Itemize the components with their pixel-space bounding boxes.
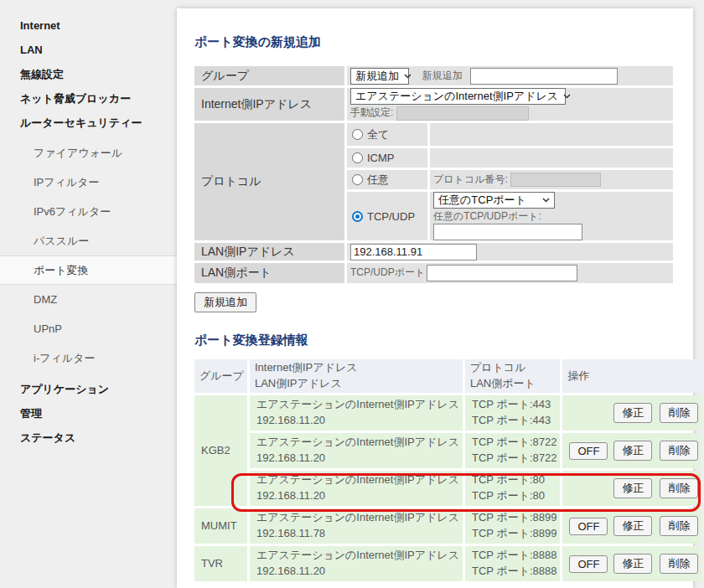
protocol-icmp-label: ICMP	[367, 152, 395, 164]
chevron-down-icon	[542, 198, 550, 203]
sidebar-nav: Internet LAN 無線設定 ネット脅威ブロッカー ルーターセキュリティー…	[0, 0, 177, 588]
table-row: MUMIT エアステーションのInternet側IPアドレス 192.168.1…	[194, 508, 701, 544]
list-section-title: ポート変換登録情報	[194, 333, 704, 347]
delete-button[interactable]: 削除	[660, 478, 698, 498]
manual-setting-label: 手動設定:	[350, 106, 393, 118]
sidebar-item-lan[interactable]: LAN	[0, 38, 177, 62]
group-cell: KGB2	[194, 395, 247, 506]
table-header-row: グループ Internet側IPアドレス LAN側IPアドレス プロトコル LA…	[194, 359, 701, 393]
form-row-group: グループ 新規追加 新規追加	[194, 66, 673, 85]
group-select-value: 新規追加	[355, 69, 399, 84]
edit-button[interactable]: 修正	[613, 478, 652, 498]
port-forward-add-form: グループ 新規追加 新規追加 Internet側IPアドレス エアステーションの…	[192, 64, 676, 286]
sidebar-item-port-forwarding[interactable]: ポート変換	[0, 255, 177, 285]
protocol-cell: TCP ポート:80 TCP ポート:80	[465, 471, 561, 506]
group-label: グループ	[194, 66, 344, 85]
actions-cell: 修正 削除	[562, 395, 701, 431]
lan-port-type-label: TCP/UDPポート	[350, 266, 425, 278]
form-row-lan-port: LAN側ポート TCP/UDPポート	[194, 263, 673, 283]
header-wan-lan: Internet側IPアドレス LAN側IPアドレス	[250, 359, 463, 393]
protocol-custom-label: 任意	[367, 173, 389, 186]
off-button[interactable]: OFF	[569, 518, 608, 535]
actions-cell: OFF 修正 削除	[562, 433, 701, 468]
delete-button[interactable]: 削除	[660, 403, 698, 423]
group-new-input[interactable]	[470, 68, 618, 85]
sidebar-item-internet[interactable]: Internet	[0, 13, 177, 38]
protocol-all-radio[interactable]	[352, 129, 363, 140]
sidebar-item-admin[interactable]: 管理	[0, 401, 177, 426]
actions-cell: 修正 削除	[562, 471, 701, 506]
sidebar-item-applications[interactable]: アプリケーション	[0, 377, 177, 401]
sidebar-item-wireless[interactable]: 無線設定	[0, 62, 177, 86]
delete-button[interactable]: 削除	[660, 554, 698, 574]
actions-cell: OFF 修正 削除	[562, 508, 701, 544]
port-forward-list-section: ポート変換登録情報 グループ Internet側IPアドレス LAN側IPアドレ…	[194, 333, 704, 584]
edit-button[interactable]: 修正	[613, 554, 652, 574]
chevron-down-icon	[404, 74, 412, 79]
form-row-wan-ip: Internet側IPアドレス エアステーションのInternet側IPアドレス…	[194, 88, 673, 121]
group-select[interactable]: 新規追加	[350, 68, 409, 85]
edit-button[interactable]: 修正	[613, 403, 652, 423]
protocol-icmp-radio[interactable]	[352, 152, 363, 163]
off-button[interactable]: OFF	[569, 442, 608, 460]
delete-button[interactable]: 削除	[660, 441, 698, 461]
protocol-tcpudp-radio[interactable]	[352, 211, 363, 222]
sidebar-item-passthrough[interactable]: パススルー	[0, 226, 177, 255]
header-group: グループ	[194, 359, 247, 393]
sidebar-item-firewall[interactable]: ファイアウォール	[0, 138, 177, 168]
tcpudp-port-input[interactable]	[433, 224, 582, 240]
table-row-highlighted: エアステーションのInternet側IPアドレス 192.168.11.20 T…	[194, 471, 701, 506]
lan-ip-label: LAN側IPアドレス	[194, 243, 344, 260]
sidebar-item-threat-blocker[interactable]: ネット脅威ブロッカー	[0, 86, 177, 111]
protocol-cell: TCP ポート:8899 TCP ポート:8899	[465, 508, 561, 544]
off-button[interactable]: OFF	[569, 555, 608, 573]
port-forward-add-section: ポート変換の新規追加 グループ 新規追加 新規追加 Internet側IPアドレ…	[194, 35, 676, 312]
tcp-port-select-value: 任意のTCPポート	[438, 193, 526, 208]
port-forward-table: グループ Internet側IPアドレス LAN側IPアドレス プロトコル LA…	[192, 357, 704, 584]
sidebar-item-router-security[interactable]: ルーターセキュリティー	[0, 111, 177, 135]
sidebar-item-i-filter[interactable]: i-フィルター	[0, 343, 177, 373]
sidebar-item-ipv6-filter[interactable]: IPv6フィルター	[0, 197, 177, 226]
table-row: TVR エアステーションのInternet側IPアドレス 192.168.11.…	[194, 546, 701, 581]
main-panel: ポート変換の新規追加 グループ 新規追加 新規追加 Internet側IPアドレ…	[177, 8, 693, 588]
header-protocol: プロトコル LAN側ポート	[465, 359, 561, 393]
protocol-number-input	[510, 173, 601, 187]
wan-ip-select-value: エアステーションのInternet側IPアドレス	[355, 89, 558, 104]
protocol-all-label: 全て	[367, 128, 389, 141]
protocol-label: プロトコル	[194, 123, 344, 240]
wan-lan-cell: エアステーションのInternet側IPアドレス 192.168.11.20	[250, 546, 463, 581]
header-actions: 操作	[562, 359, 701, 393]
group-new-label: 新規追加	[422, 70, 463, 81]
tcpudp-port-label: 任意のTCP/UDPポート:	[433, 210, 541, 222]
form-row-lan-ip: LAN側IPアドレス	[194, 243, 673, 260]
manual-setting-input	[396, 106, 529, 121]
lan-port-label: LAN側ポート	[194, 263, 344, 283]
group-cell: TVR	[194, 546, 247, 581]
wan-lan-cell: エアステーションのInternet側IPアドレス 192.168.11.20	[250, 471, 463, 506]
wan-lan-cell: エアステーションのInternet側IPアドレス 192.168.11.20	[250, 433, 463, 468]
sidebar-item-dmz[interactable]: DMZ	[0, 285, 177, 314]
wan-ip-select[interactable]: エアステーションのInternet側IPアドレス	[350, 88, 566, 105]
sidebar-item-status[interactable]: ステータス	[0, 426, 177, 450]
edit-button[interactable]: 修正	[613, 441, 652, 461]
tcp-port-select[interactable]: 任意のTCPポート	[433, 192, 555, 209]
delete-button[interactable]: 削除	[660, 516, 698, 536]
form-row-protocol-all: プロトコル 全て	[194, 123, 673, 146]
edit-button[interactable]: 修正	[613, 516, 652, 536]
table-row: KGB2 エアステーションのInternet側IPアドレス 192.168.11…	[194, 395, 701, 431]
protocol-cell: TCP ポート:8722 TCP ポート:8722	[465, 433, 561, 468]
protocol-custom-radio[interactable]	[352, 174, 363, 185]
actions-cell: OFF 修正 削除	[562, 546, 701, 581]
add-new-button[interactable]: 新規追加	[194, 292, 256, 312]
protocol-cell: TCP ポート:8888 TCP ポート:8888	[465, 546, 561, 581]
group-cell: MUMIT	[194, 508, 247, 544]
table-row: エアステーションのInternet側IPアドレス 192.168.11.20 T…	[194, 433, 701, 468]
chevron-down-icon	[563, 94, 571, 99]
wan-ip-label: Internet側IPアドレス	[194, 88, 344, 121]
sidebar-item-ip-filter[interactable]: IPフィルター	[0, 168, 177, 197]
protocol-tcpudp-label: TCP/UDP	[367, 210, 415, 223]
sidebar-item-upnp[interactable]: UPnP	[0, 314, 177, 343]
wan-lan-cell: エアステーションのInternet側IPアドレス 192.168.11.78	[250, 508, 463, 544]
lan-port-input[interactable]	[427, 265, 577, 281]
lan-ip-input[interactable]	[350, 244, 477, 260]
